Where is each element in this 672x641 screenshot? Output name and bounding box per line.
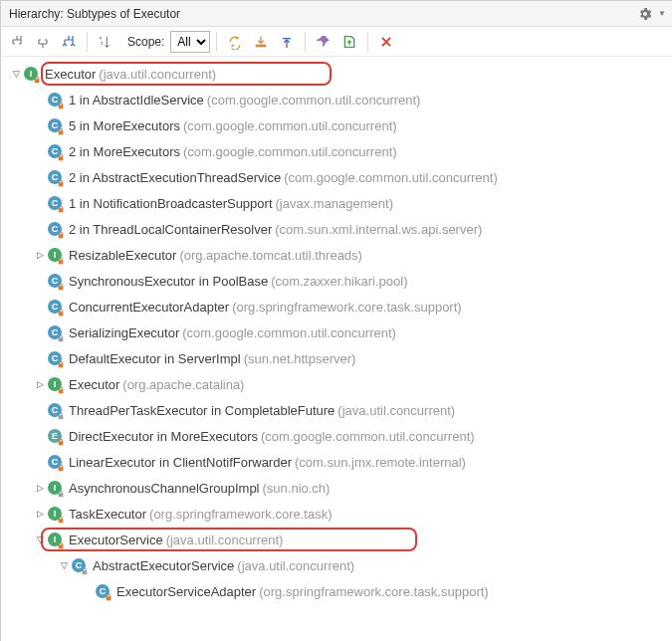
tree-node[interactable]: ▷CConcurrentExecutorAdapter(org.springfr… bbox=[1, 294, 672, 320]
node-package: (java.util.concurrent) bbox=[237, 558, 354, 573]
node-name: Executor bbox=[45, 67, 96, 82]
node-package: (com.google.common.util.concurrent) bbox=[183, 118, 397, 133]
tree-node[interactable]: ▷IResizableExecutor(org.apache.tomcat.ut… bbox=[1, 242, 672, 268]
export-button[interactable] bbox=[337, 30, 361, 54]
class-icon: C bbox=[47, 324, 63, 340]
expand-arrow-icon[interactable]: ▷ bbox=[33, 509, 47, 519]
expand-arrow-icon[interactable]: ▷ bbox=[33, 379, 47, 389]
node-package: (org.springframework.core.task.support) bbox=[259, 584, 488, 599]
node-package: (javax.management) bbox=[276, 196, 394, 211]
panel-title: Hierarchy: Subtypes of Executor bbox=[9, 7, 180, 21]
tree-node[interactable]: ▷ITaskExecutor(org.springframework.core.… bbox=[1, 501, 672, 527]
collapse-arrow-icon[interactable]: ▽ bbox=[33, 534, 47, 544]
node-name: ResizableExecutor bbox=[69, 248, 176, 263]
node-name: 2 in AbstractExecutionThreadService bbox=[69, 170, 281, 185]
subtype-hierarchy-button[interactable] bbox=[57, 30, 81, 54]
node-package: (com.google.common.util.concurrent) bbox=[261, 429, 475, 444]
node-package: (com.zaxxer.hikari.pool) bbox=[271, 274, 407, 289]
collapse-arrow-icon[interactable]: ▽ bbox=[57, 560, 71, 570]
class-icon: C bbox=[47, 299, 63, 315]
node-name: 1 in NotificationBroadcasterSupport bbox=[69, 196, 273, 211]
tree-node[interactable]: ▷C1 in AbstractIdleService(com.google.co… bbox=[1, 87, 672, 112]
node-name: ExecutorServiceAdapter bbox=[116, 584, 256, 599]
class-icon: C bbox=[47, 92, 63, 107]
toolbar: Scope: All bbox=[1, 27, 672, 57]
supertype-hierarchy-button[interactable] bbox=[31, 30, 55, 54]
panel-header: Hierarchy: Subtypes of Executor ▼ bbox=[1, 1, 672, 27]
interface-icon: I bbox=[47, 480, 63, 496]
node-name: LinearExecutor in ClientNotifForwarder bbox=[69, 455, 292, 470]
class-icon: C bbox=[47, 117, 63, 133]
node-package: (com.google.common.util.concurrent) bbox=[207, 93, 421, 107]
scope-select[interactable]: All bbox=[170, 31, 210, 53]
node-name: TaskExecutor bbox=[69, 507, 146, 522]
node-package: (com.sun.jmx.remote.internal) bbox=[295, 455, 466, 470]
collapse-arrow-icon[interactable]: ▽ bbox=[9, 69, 23, 79]
node-name: 1 in AbstractIdleService bbox=[69, 93, 204, 107]
node-package: (org.springframework.core.task.support) bbox=[232, 300, 461, 315]
node-package: (org.apache.catalina) bbox=[122, 377, 244, 392]
tree-node[interactable]: ▷CSynchronousExecutor in PoolBase(com.za… bbox=[1, 268, 672, 294]
node-name: AsynchronousChannelGroupImpl bbox=[69, 481, 260, 496]
tree-node[interactable]: ▷CExecutorServiceAdapter(org.springframe… bbox=[1, 578, 672, 604]
hierarchy-tree[interactable]: ▽IExecutor(java.util.concurrent)▷C1 in A… bbox=[1, 57, 672, 641]
tree-node[interactable]: ▽CAbstractExecutorService(java.util.conc… bbox=[1, 552, 672, 578]
class-icon: C bbox=[47, 350, 63, 366]
tree-node[interactable]: ▷CThreadPerTaskExecutor in CompletableFu… bbox=[1, 397, 672, 423]
chevron-down-icon[interactable]: ▼ bbox=[658, 9, 666, 18]
class-icon: C bbox=[47, 221, 63, 237]
tree-node[interactable]: ▷C2 in ThreadLocalContainerResolver(com.… bbox=[1, 216, 672, 242]
tree-node[interactable]: ▷CDefaultExecutor in ServerImpl(sun.net.… bbox=[1, 345, 672, 371]
node-name: ExecutorService bbox=[69, 533, 163, 547]
tree-node[interactable]: ▷IExecutor(org.apache.catalina) bbox=[1, 371, 672, 397]
node-name: 2 in MoreExecutors bbox=[69, 144, 180, 159]
node-name: 5 in MoreExecutors bbox=[69, 118, 180, 133]
view-menu-button[interactable] bbox=[636, 5, 654, 23]
class-icon: C bbox=[47, 169, 63, 185]
class-icon: C bbox=[95, 583, 111, 599]
node-name: AbstractExecutorService bbox=[93, 558, 234, 573]
autoscroll-button[interactable] bbox=[249, 30, 273, 54]
tree-node[interactable]: ▷CSerializingExecutor(com.google.common.… bbox=[1, 320, 672, 345]
class-icon: C bbox=[47, 273, 63, 289]
tree-node[interactable]: ▷EDirectExecutor in MoreExecutors(com.go… bbox=[1, 423, 672, 449]
refresh-button[interactable] bbox=[223, 30, 247, 54]
node-package: (com.google.common.util.concurrent) bbox=[183, 144, 397, 159]
node-package: (org.apache.tomcat.util.threads) bbox=[179, 248, 362, 263]
node-package: (com.google.common.util.concurrent) bbox=[284, 170, 498, 185]
tree-node[interactable]: ▷C2 in MoreExecutors(com.google.common.u… bbox=[1, 138, 672, 164]
tree-node[interactable]: ▷IAsynchronousChannelGroupImpl(sun.nio.c… bbox=[1, 475, 672, 501]
class-icon: C bbox=[71, 557, 87, 573]
node-name: ThreadPerTaskExecutor in CompletableFutu… bbox=[69, 403, 335, 418]
node-name: ConcurrentExecutorAdapter bbox=[69, 300, 229, 315]
node-name: DirectExecutor in MoreExecutors bbox=[69, 429, 258, 444]
tree-node[interactable]: ▽IExecutorService(java.util.concurrent) bbox=[1, 527, 672, 552]
node-package: (com.sun.xml.internal.ws.api.server) bbox=[275, 222, 482, 237]
close-button[interactable] bbox=[374, 30, 398, 54]
interface-icon: I bbox=[47, 506, 63, 522]
class-icon: C bbox=[47, 454, 63, 470]
node-package: (java.util.concurrent) bbox=[99, 67, 216, 82]
node-name: SynchronousExecutor in PoolBase bbox=[69, 274, 268, 289]
interface-icon: I bbox=[23, 66, 39, 82]
node-name: DefaultExecutor in ServerImpl bbox=[69, 351, 241, 366]
tree-node[interactable]: ▷C2 in AbstractExecutionThreadService(co… bbox=[1, 164, 672, 190]
node-package: (sun.net.httpserver) bbox=[244, 351, 356, 366]
pin-button[interactable] bbox=[312, 30, 336, 54]
node-package: (java.util.concurrent) bbox=[337, 403, 455, 418]
type-hierarchy-button[interactable] bbox=[5, 30, 29, 54]
interface-icon: I bbox=[47, 532, 63, 547]
expand-arrow-icon[interactable]: ▷ bbox=[33, 250, 47, 260]
node-name: SerializingExecutor bbox=[69, 325, 179, 340]
node-package: (sun.nio.ch) bbox=[263, 481, 331, 496]
node-package: (com.google.common.util.concurrent) bbox=[182, 325, 396, 340]
expand-arrow-icon[interactable]: ▷ bbox=[33, 483, 47, 493]
tree-node[interactable]: ▷C1 in NotificationBroadcasterSupport(ja… bbox=[1, 190, 672, 216]
sort-alpha-button[interactable] bbox=[94, 30, 117, 54]
node-name: Executor bbox=[69, 377, 119, 392]
tree-node[interactable]: ▽IExecutor(java.util.concurrent) bbox=[1, 61, 672, 87]
expand-all-button[interactable] bbox=[275, 30, 299, 54]
node-package: (org.springframework.core.task) bbox=[149, 507, 333, 522]
tree-node[interactable]: ▷CLinearExecutor in ClientNotifForwarder… bbox=[1, 449, 672, 475]
tree-node[interactable]: ▷C5 in MoreExecutors(com.google.common.u… bbox=[1, 112, 672, 138]
